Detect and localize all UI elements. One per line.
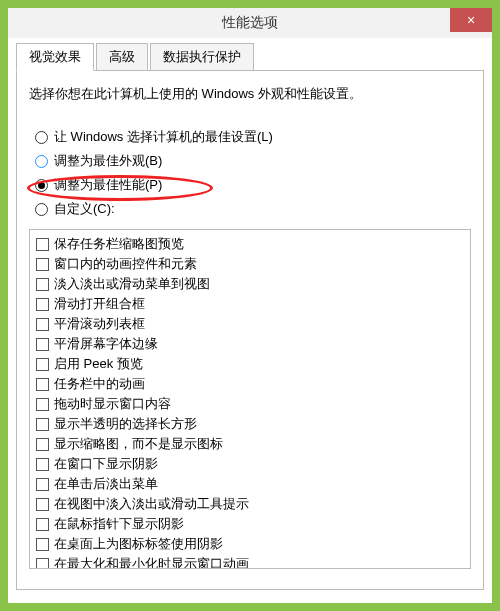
check-label: 在窗口下显示阴影 [54,455,158,473]
checkbox-icon[interactable] [36,478,49,491]
checkbox-icon[interactable] [36,458,49,471]
check-label: 任务栏中的动画 [54,375,145,393]
checkbox-icon[interactable] [36,238,49,251]
radio-best-appearance[interactable]: 调整为最佳外观(B) [29,149,471,173]
options-checklist[interactable]: 保存任务栏缩略图预览 窗口内的动画控件和元素 淡入淡出或滑动菜单到视图 滑动打开… [29,229,471,569]
list-item[interactable]: 在窗口下显示阴影 [36,454,464,474]
list-item[interactable]: 窗口内的动画控件和元素 [36,254,464,274]
tab-label: 高级 [109,49,135,64]
list-item[interactable]: 淡入淡出或滑动菜单到视图 [36,274,464,294]
check-label: 显示半透明的选择长方形 [54,415,197,433]
list-item[interactable]: 在视图中淡入淡出或滑动工具提示 [36,494,464,514]
checkbox-icon[interactable] [36,298,49,311]
list-item[interactable]: 滑动打开组合框 [36,294,464,314]
panel-description: 选择你想在此计算机上使用的 Windows 外观和性能设置。 [29,85,471,103]
radio-icon [35,155,48,168]
radio-label: 调整为最佳性能(P) [54,176,162,194]
check-label: 在桌面上为图标标签使用阴影 [54,535,223,553]
checkbox-icon[interactable] [36,318,49,331]
tab-visual-effects[interactable]: 视觉效果 [16,43,94,71]
checkbox-icon[interactable] [36,278,49,291]
list-item[interactable]: 启用 Peek 预览 [36,354,464,374]
tab-label: 数据执行保护 [163,49,241,64]
radio-let-windows[interactable]: 让 Windows 选择计算机的最佳设置(L) [29,125,471,149]
checkbox-icon[interactable] [36,418,49,431]
checkbox-icon[interactable] [36,518,49,531]
list-item[interactable]: 显示半透明的选择长方形 [36,414,464,434]
list-item[interactable]: 任务栏中的动画 [36,374,464,394]
check-label: 显示缩略图，而不是显示图标 [54,435,223,453]
checkbox-icon[interactable] [36,258,49,271]
list-item[interactable]: 平滑屏幕字体边缘 [36,334,464,354]
client-area: 视觉效果 高级 数据执行保护 选择你想在此计算机上使用的 Windows 外观和… [8,38,492,598]
radio-label: 自定义(C): [54,200,115,218]
tab-advanced[interactable]: 高级 [96,43,148,71]
checkbox-icon[interactable] [36,378,49,391]
list-item[interactable]: 拖动时显示窗口内容 [36,394,464,414]
check-label: 在视图中淡入淡出或滑动工具提示 [54,495,249,513]
check-label: 平滑滚动列表框 [54,315,145,333]
checkbox-icon[interactable] [36,398,49,411]
close-icon: × [467,12,475,28]
checkbox-icon[interactable] [36,438,49,451]
list-item[interactable]: 保存任务栏缩略图预览 [36,234,464,254]
check-label: 平滑屏幕字体边缘 [54,335,158,353]
checkbox-icon[interactable] [36,538,49,551]
checkbox-icon[interactable] [36,498,49,511]
list-item[interactable]: 在桌面上为图标标签使用阴影 [36,534,464,554]
list-item[interactable]: 在单击后淡出菜单 [36,474,464,494]
tab-label: 视觉效果 [29,49,81,64]
list-item[interactable]: 在鼠标指针下显示阴影 [36,514,464,534]
check-label: 淡入淡出或滑动菜单到视图 [54,275,210,293]
radio-icon [35,203,48,216]
check-label: 窗口内的动画控件和元素 [54,255,197,273]
list-item[interactable]: 在最大化和最小化时显示窗口动画 [36,554,464,569]
list-item[interactable]: 显示缩略图，而不是显示图标 [36,434,464,454]
tab-panel-visual: 选择你想在此计算机上使用的 Windows 外观和性能设置。 让 Windows… [16,70,484,590]
checkbox-icon[interactable] [36,558,49,570]
radio-label: 调整为最佳外观(B) [54,152,162,170]
radio-custom[interactable]: 自定义(C): [29,197,471,221]
radio-label: 让 Windows 选择计算机的最佳设置(L) [54,128,273,146]
check-label: 在单击后淡出菜单 [54,475,158,493]
check-label: 保存任务栏缩略图预览 [54,235,184,253]
check-label: 在最大化和最小化时显示窗口动画 [54,555,249,569]
radio-group-performance: 让 Windows 选择计算机的最佳设置(L) 调整为最佳外观(B) 调整为最佳… [29,125,471,221]
list-item[interactable]: 平滑滚动列表框 [36,314,464,334]
tab-strip: 视觉效果 高级 数据执行保护 [16,43,484,71]
window-title: 性能选项 [222,14,278,32]
window-frame: 三联网 3lian.com 性能选项 × 视觉效果 高级 数据执行保护 选择你想… [0,0,500,611]
radio-best-performance[interactable]: 调整为最佳性能(P) [29,173,471,197]
check-label: 拖动时显示窗口内容 [54,395,171,413]
radio-icon [35,179,48,192]
tab-dep[interactable]: 数据执行保护 [150,43,254,71]
checkbox-icon[interactable] [36,338,49,351]
check-label: 滑动打开组合框 [54,295,145,313]
close-button[interactable]: × [450,8,492,32]
checkbox-icon[interactable] [36,358,49,371]
check-label: 在鼠标指针下显示阴影 [54,515,184,533]
radio-icon [35,131,48,144]
titlebar: 性能选项 × [8,8,492,38]
check-label: 启用 Peek 预览 [54,355,143,373]
